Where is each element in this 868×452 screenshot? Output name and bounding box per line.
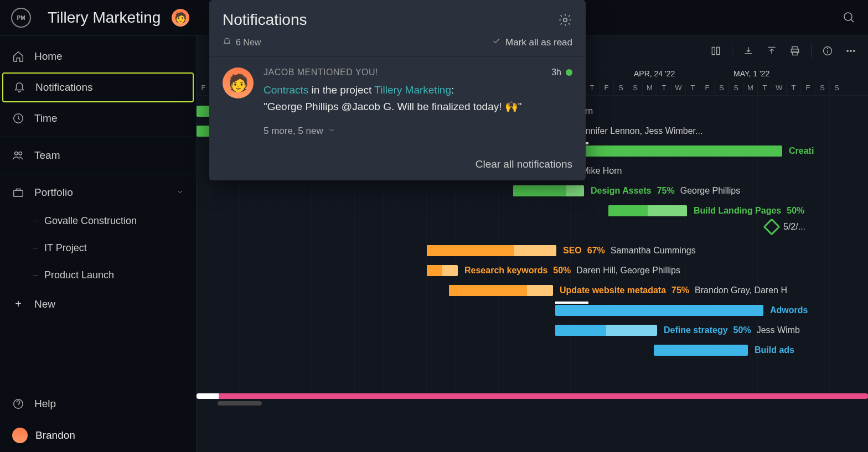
task-label: SEO67%Samantha Cummings (563, 246, 696, 256)
day-cell: T (657, 81, 671, 95)
sidebar-label: Notifications (35, 81, 93, 93)
task-bar[interactable]: Define strategy50%Jess Wimb (555, 325, 657, 336)
more-icon[interactable] (844, 44, 858, 58)
bell-icon (13, 81, 25, 93)
plus-icon: + (12, 298, 24, 310)
timeline-progress-bar (197, 393, 868, 399)
task-bar[interactable]: Build ads (654, 345, 748, 356)
print-icon[interactable] (788, 44, 802, 58)
sidebar-item-new[interactable]: + New (0, 289, 196, 319)
info-icon[interactable] (820, 44, 835, 58)
task-label: Update website metadata75%Brandon Gray, … (560, 285, 787, 295)
help-icon (12, 398, 24, 410)
month-label: MAY, 1 '22 (733, 69, 769, 78)
task-label: Design Assets75%George Phillips (591, 186, 740, 196)
sidebar-item-time[interactable]: Time (0, 103, 196, 133)
new-count: 6 New (223, 37, 261, 48)
svg-point-21 (564, 18, 567, 22)
bell-small-icon (223, 37, 231, 48)
portfolio-child-govalle[interactable]: Govalle Construction (0, 207, 196, 235)
project-title[interactable]: Tillery Marketing (48, 9, 161, 27)
notification-heading: JACOB MENTIONED YOU! (264, 67, 378, 77)
task-bar[interactable]: Build Landing Pages50% (608, 205, 687, 216)
sidebar-label: Home (34, 50, 63, 63)
task-label: Adwords (770, 305, 808, 315)
task-label: Build ads (755, 345, 794, 355)
task-bar[interactable]: Design Assets75%George Phillips (513, 185, 584, 196)
svg-point-17 (828, 48, 828, 49)
notification-item[interactable]: 🧑 JACOB MENTIONED YOU! 3h Contracts in t… (209, 56, 586, 148)
notification-expand[interactable]: 5 more, 5 new (264, 126, 572, 137)
chevron-down-icon (328, 126, 335, 137)
task-bar[interactable]: SEO67%Samantha Cummings (427, 245, 556, 256)
svg-rect-5 (14, 190, 23, 196)
upload-icon[interactable] (764, 44, 779, 58)
gantt-row: SEO67%Samantha Cummings (197, 241, 868, 261)
sidebar-item-team[interactable]: Team (0, 141, 196, 170)
task-bar[interactable]: Update website metadata75%Brandon Gray, … (449, 285, 553, 296)
notifications-title: Notifications (223, 11, 307, 29)
svg-point-4 (19, 152, 22, 155)
day-cell: F (600, 81, 614, 95)
day-cell: S (815, 81, 830, 95)
sidebar-item-help[interactable]: Help (0, 389, 196, 419)
check-icon (492, 37, 501, 48)
gantt-row: Research keywords50%Daren Hill, George P… (197, 261, 868, 280)
svg-rect-10 (712, 47, 715, 54)
task-bar[interactable]: Research keywords50%Daren Hill, George P… (427, 265, 458, 276)
notification-body: Contracts in the project Tillery Marketi… (264, 82, 572, 116)
notification-time: 3h (551, 67, 572, 77)
task-label: Research keywords50%Daren Hill, George P… (464, 266, 680, 276)
horizontal-scrollbar[interactable] (218, 401, 868, 406)
day-cell: T (686, 81, 700, 95)
sidebar-label: New (34, 298, 55, 310)
sidebar-label: Time (34, 112, 58, 124)
user-name: Brandon (35, 429, 75, 441)
sidebar-item-home[interactable]: Home (0, 41, 196, 71)
svg-point-3 (15, 152, 18, 155)
task-label: Define strategy50%Jess Wimb (664, 325, 800, 335)
gantt-row: Build ads (197, 340, 868, 360)
column-icon[interactable] (709, 44, 723, 58)
gantt-row: Update website metadata75%Brandon Gray, … (197, 280, 868, 300)
day-cell: S (614, 81, 628, 95)
link-contracts[interactable]: Contracts (264, 84, 308, 96)
user-avatar-icon (12, 428, 28, 443)
svg-rect-11 (717, 47, 720, 54)
svg-point-18 (847, 50, 849, 52)
day-cell: F (801, 81, 815, 95)
gantt-row: Adwords (197, 300, 868, 320)
task-label: Creati (789, 146, 814, 156)
sidebar-user[interactable]: Brandon (0, 419, 196, 452)
link-project[interactable]: Tillery Marketing (374, 84, 451, 96)
task-label: Build Landing Pages50% (694, 206, 804, 216)
day-cell: T (787, 81, 801, 95)
clock-icon (12, 112, 24, 124)
sidebar-item-portfolio[interactable]: Portfolio (0, 178, 196, 207)
download-icon[interactable] (741, 44, 756, 58)
sidebar: Home Notifications Time Team Portfolio G… (0, 36, 197, 452)
portfolio-child-it[interactable]: IT Project (0, 235, 196, 262)
milestone-date: 5/2/... (783, 222, 805, 232)
day-cell: W (772, 81, 787, 95)
mark-all-read-button[interactable]: Mark all as read (492, 37, 572, 48)
gantt-row: Design Assets75%George Phillips (197, 181, 868, 201)
day-cell: S (729, 81, 743, 95)
sidebar-item-notifications[interactable]: Notifications (2, 72, 194, 102)
team-icon (12, 149, 24, 162)
task-bar[interactable]: Creati (555, 146, 782, 157)
gear-icon[interactable] (558, 13, 572, 27)
svg-line-1 (851, 19, 854, 22)
svg-point-20 (854, 50, 855, 52)
day-cell: M (643, 81, 657, 95)
sidebar-label: Help (34, 398, 56, 410)
search-icon[interactable] (841, 10, 857, 25)
clear-all-button[interactable]: Clear all notifications (209, 148, 586, 180)
task-bar[interactable]: Adwords (555, 305, 763, 316)
portfolio-child-product[interactable]: Product Launch (0, 262, 196, 289)
user-avatar-top[interactable]: 🧑 (172, 9, 189, 27)
app-logo[interactable]: PM (11, 8, 31, 28)
notification-avatar: 🧑 (223, 67, 254, 98)
day-cell: S (715, 81, 729, 95)
milestone-diamond[interactable] (763, 218, 780, 235)
